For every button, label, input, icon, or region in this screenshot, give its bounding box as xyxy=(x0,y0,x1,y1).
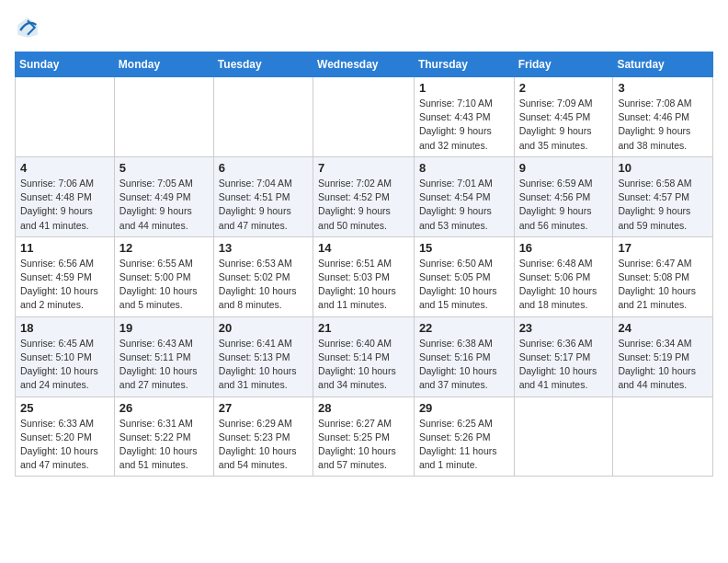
calendar-cell: 19Sunrise: 6:43 AM Sunset: 5:11 PM Dayli… xyxy=(114,316,213,396)
day-info: Sunrise: 6:56 AM Sunset: 4:59 PM Dayligh… xyxy=(20,257,109,313)
calendar-cell: 26Sunrise: 6:31 AM Sunset: 5:22 PM Dayli… xyxy=(114,396,213,477)
day-number: 9 xyxy=(519,161,609,175)
day-number: 27 xyxy=(219,401,308,415)
day-number: 18 xyxy=(20,321,109,335)
calendar-cell: 8Sunrise: 7:01 AM Sunset: 4:54 PM Daylig… xyxy=(414,156,514,236)
calendar-cell: 21Sunrise: 6:40 AM Sunset: 5:14 PM Dayli… xyxy=(313,316,415,396)
calendar-cell: 7Sunrise: 7:02 AM Sunset: 4:52 PM Daylig… xyxy=(313,156,415,236)
day-info: Sunrise: 6:41 AM Sunset: 5:13 PM Dayligh… xyxy=(219,337,308,393)
day-number: 5 xyxy=(119,161,209,175)
calendar-cell: 14Sunrise: 6:51 AM Sunset: 5:03 PM Dayli… xyxy=(313,236,415,316)
calendar-table: SundayMondayTuesdayWednesdayThursdayFrid… xyxy=(15,52,713,477)
day-info: Sunrise: 7:02 AM Sunset: 4:52 PM Dayligh… xyxy=(318,177,409,233)
day-number: 22 xyxy=(419,321,509,335)
col-header-tuesday: Tuesday xyxy=(213,52,313,77)
day-info: Sunrise: 7:05 AM Sunset: 4:49 PM Dayligh… xyxy=(119,177,209,233)
day-info: Sunrise: 6:34 AM Sunset: 5:19 PM Dayligh… xyxy=(618,337,708,393)
calendar-cell xyxy=(514,396,613,477)
day-info: Sunrise: 7:01 AM Sunset: 4:54 PM Dayligh… xyxy=(419,177,509,233)
day-number: 10 xyxy=(618,161,708,175)
day-number: 1 xyxy=(419,81,509,95)
calendar-cell: 28Sunrise: 6:27 AM Sunset: 5:25 PM Dayli… xyxy=(313,396,415,477)
day-info: Sunrise: 7:04 AM Sunset: 4:51 PM Dayligh… xyxy=(219,177,308,233)
day-info: Sunrise: 6:27 AM Sunset: 5:25 PM Dayligh… xyxy=(318,417,409,473)
calendar-cell: 17Sunrise: 6:47 AM Sunset: 5:08 PM Dayli… xyxy=(613,236,713,316)
day-number: 2 xyxy=(519,81,609,95)
day-info: Sunrise: 6:51 AM Sunset: 5:03 PM Dayligh… xyxy=(318,257,409,313)
col-header-sunday: Sunday xyxy=(16,52,115,77)
col-header-friday: Friday xyxy=(514,52,613,77)
calendar-cell: 1Sunrise: 7:10 AM Sunset: 4:43 PM Daylig… xyxy=(414,77,514,157)
day-number: 13 xyxy=(219,241,308,255)
calendar-cell: 11Sunrise: 6:56 AM Sunset: 4:59 PM Dayli… xyxy=(16,236,115,316)
calendar-cell xyxy=(313,77,415,157)
day-info: Sunrise: 6:38 AM Sunset: 5:16 PM Dayligh… xyxy=(419,337,509,393)
day-number: 28 xyxy=(318,401,409,415)
calendar-week-row: 1Sunrise: 7:10 AM Sunset: 4:43 PM Daylig… xyxy=(16,77,713,157)
day-number: 29 xyxy=(419,401,509,415)
day-number: 8 xyxy=(419,161,509,175)
day-number: 16 xyxy=(519,241,609,255)
calendar-cell: 4Sunrise: 7:06 AM Sunset: 4:48 PM Daylig… xyxy=(16,156,115,236)
day-number: 15 xyxy=(419,241,509,255)
col-header-wednesday: Wednesday xyxy=(313,52,415,77)
col-header-monday: Monday xyxy=(114,52,213,77)
day-info: Sunrise: 6:33 AM Sunset: 5:20 PM Dayligh… xyxy=(20,417,109,473)
calendar-cell: 5Sunrise: 7:05 AM Sunset: 4:49 PM Daylig… xyxy=(114,156,213,236)
day-info: Sunrise: 6:36 AM Sunset: 5:17 PM Dayligh… xyxy=(519,337,609,393)
day-number: 26 xyxy=(119,401,209,415)
day-info: Sunrise: 6:48 AM Sunset: 5:06 PM Dayligh… xyxy=(519,257,609,313)
calendar-cell: 13Sunrise: 6:53 AM Sunset: 5:02 PM Dayli… xyxy=(213,236,313,316)
calendar-cell: 27Sunrise: 6:29 AM Sunset: 5:23 PM Dayli… xyxy=(213,396,313,477)
day-info: Sunrise: 6:29 AM Sunset: 5:23 PM Dayligh… xyxy=(219,417,308,473)
calendar-cell: 29Sunrise: 6:25 AM Sunset: 5:26 PM Dayli… xyxy=(414,396,514,477)
day-info: Sunrise: 7:06 AM Sunset: 4:48 PM Dayligh… xyxy=(20,177,109,233)
calendar-cell: 24Sunrise: 6:34 AM Sunset: 5:19 PM Dayli… xyxy=(613,316,713,396)
day-number: 11 xyxy=(20,241,109,255)
day-number: 7 xyxy=(318,161,409,175)
day-info: Sunrise: 6:47 AM Sunset: 5:08 PM Dayligh… xyxy=(618,257,708,313)
calendar-cell: 6Sunrise: 7:04 AM Sunset: 4:51 PM Daylig… xyxy=(213,156,313,236)
day-number: 17 xyxy=(618,241,708,255)
day-number: 3 xyxy=(618,81,708,95)
calendar-cell xyxy=(613,396,713,477)
day-info: Sunrise: 6:43 AM Sunset: 5:11 PM Dayligh… xyxy=(119,337,209,393)
day-info: Sunrise: 7:10 AM Sunset: 4:43 PM Dayligh… xyxy=(419,97,509,153)
day-info: Sunrise: 6:55 AM Sunset: 5:00 PM Dayligh… xyxy=(119,257,209,313)
day-number: 20 xyxy=(219,321,308,335)
calendar-week-row: 4Sunrise: 7:06 AM Sunset: 4:48 PM Daylig… xyxy=(16,156,713,236)
calendar-cell: 18Sunrise: 6:45 AM Sunset: 5:10 PM Dayli… xyxy=(16,316,115,396)
day-number: 19 xyxy=(119,321,209,335)
day-info: Sunrise: 7:08 AM Sunset: 4:46 PM Dayligh… xyxy=(618,97,708,153)
logo-icon xyxy=(15,15,40,40)
calendar-cell xyxy=(16,77,115,157)
day-info: Sunrise: 6:31 AM Sunset: 5:22 PM Dayligh… xyxy=(119,417,209,473)
day-info: Sunrise: 6:58 AM Sunset: 4:57 PM Dayligh… xyxy=(618,177,708,233)
calendar-cell: 3Sunrise: 7:08 AM Sunset: 4:46 PM Daylig… xyxy=(613,77,713,157)
day-number: 23 xyxy=(519,321,609,335)
day-info: Sunrise: 6:59 AM Sunset: 4:56 PM Dayligh… xyxy=(519,177,609,233)
day-info: Sunrise: 6:50 AM Sunset: 5:05 PM Dayligh… xyxy=(419,257,509,313)
calendar-cell: 23Sunrise: 6:36 AM Sunset: 5:17 PM Dayli… xyxy=(514,316,613,396)
day-info: Sunrise: 6:25 AM Sunset: 5:26 PM Dayligh… xyxy=(419,417,509,473)
page-header xyxy=(15,15,713,40)
calendar-cell: 22Sunrise: 6:38 AM Sunset: 5:16 PM Dayli… xyxy=(414,316,514,396)
calendar-header-row: SundayMondayTuesdayWednesdayThursdayFrid… xyxy=(16,52,713,77)
calendar-cell: 16Sunrise: 6:48 AM Sunset: 5:06 PM Dayli… xyxy=(514,236,613,316)
day-number: 6 xyxy=(219,161,308,175)
day-number: 12 xyxy=(119,241,209,255)
calendar-cell: 20Sunrise: 6:41 AM Sunset: 5:13 PM Dayli… xyxy=(213,316,313,396)
logo xyxy=(15,15,44,40)
day-number: 25 xyxy=(20,401,109,415)
calendar-cell: 10Sunrise: 6:58 AM Sunset: 4:57 PM Dayli… xyxy=(613,156,713,236)
calendar-week-row: 18Sunrise: 6:45 AM Sunset: 5:10 PM Dayli… xyxy=(16,316,713,396)
day-info: Sunrise: 6:40 AM Sunset: 5:14 PM Dayligh… xyxy=(318,337,409,393)
calendar-cell xyxy=(213,77,313,157)
day-number: 4 xyxy=(20,161,109,175)
calendar-cell: 12Sunrise: 6:55 AM Sunset: 5:00 PM Dayli… xyxy=(114,236,213,316)
calendar-cell: 9Sunrise: 6:59 AM Sunset: 4:56 PM Daylig… xyxy=(514,156,613,236)
calendar-week-row: 11Sunrise: 6:56 AM Sunset: 4:59 PM Dayli… xyxy=(16,236,713,316)
calendar-cell xyxy=(114,77,213,157)
col-header-thursday: Thursday xyxy=(414,52,514,77)
calendar-cell: 15Sunrise: 6:50 AM Sunset: 5:05 PM Dayli… xyxy=(414,236,514,316)
